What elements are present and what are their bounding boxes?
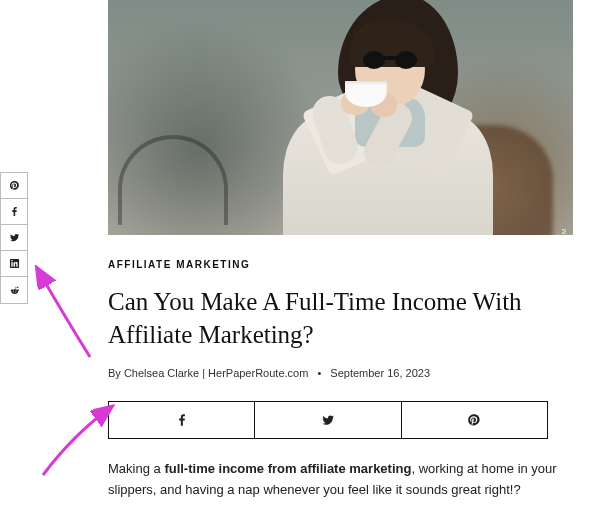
pinterest-icon xyxy=(467,413,481,427)
reddit-icon xyxy=(9,285,20,296)
article-title: Can You Make A Full-Time Income With Aff… xyxy=(108,286,568,351)
share-reddit-button[interactable] xyxy=(1,277,27,303)
share-pinterest-button[interactable] xyxy=(402,402,547,438)
watermark-text: HERPAPERROUTE.COM xyxy=(561,227,567,235)
horizontal-share-bar xyxy=(108,401,548,439)
vertical-share-bar xyxy=(0,172,28,304)
share-pinterest-button[interactable] xyxy=(1,173,27,199)
byline-author[interactable]: Chelsea Clarke | HerPaperRoute.com xyxy=(124,367,308,379)
byline-date: September 16, 2023 xyxy=(330,367,430,379)
byline-separator: • xyxy=(317,367,321,379)
linkedin-icon xyxy=(9,258,20,269)
body-bold: full-time income from affiliate marketin… xyxy=(164,461,411,476)
byline-prefix: By xyxy=(108,367,124,379)
facebook-icon xyxy=(9,206,20,217)
share-facebook-button[interactable] xyxy=(1,199,27,225)
category-link[interactable]: AFFILIATE MARKETING xyxy=(108,259,580,270)
byline: By Chelsea Clarke | HerPaperRoute.com • … xyxy=(108,367,580,379)
share-twitter-button[interactable] xyxy=(255,402,401,438)
pinterest-icon xyxy=(9,180,20,191)
annotation-arrow xyxy=(30,262,100,362)
share-facebook-button[interactable] xyxy=(109,402,255,438)
share-linkedin-button[interactable] xyxy=(1,251,27,277)
annotation-arrow xyxy=(38,400,118,480)
share-twitter-button[interactable] xyxy=(1,225,27,251)
hero-image: HERPAPERROUTE.COM xyxy=(108,0,573,235)
facebook-icon xyxy=(175,413,189,427)
twitter-icon xyxy=(9,232,20,243)
twitter-icon xyxy=(321,413,335,427)
article-body-paragraph: Making a full-time income from affiliate… xyxy=(108,459,558,501)
